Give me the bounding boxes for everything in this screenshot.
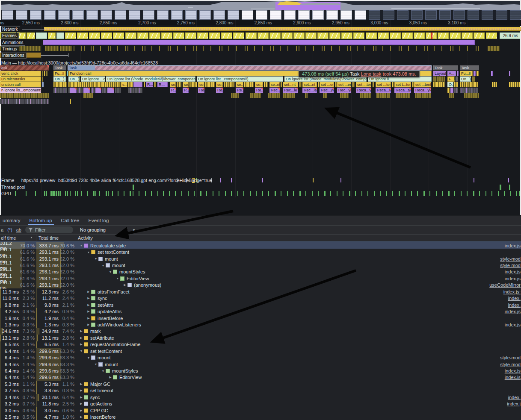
table-row[interactable]: 291.1 ms61.6 %293.1 ms62.0 %▶(anonymous)… (0, 282, 521, 288)
tab-call-tree[interactable]: Call tree (59, 216, 82, 225)
flame-block[interactable] (95, 88, 101, 93)
flame-block[interactable]: On...) (53, 76, 66, 82)
filmstrip-thumbnail[interactable] (199, 10, 211, 20)
flame-block[interactable]: set ...ent (320, 82, 334, 87)
flame-block[interactable] (460, 88, 478, 93)
source-link[interactable]: index. (508, 303, 521, 308)
table-row[interactable]: 1.9 ms0.4 %1.9 ms0.4 %▶insertBefore (0, 315, 521, 321)
thread-pool-track[interactable]: Thread pool (0, 184, 521, 190)
flame-block[interactable]: se...t (198, 82, 204, 87)
expand-icon[interactable]: ▶ (79, 415, 84, 419)
source-link[interactable]: index.js (505, 368, 521, 373)
table-row[interactable]: 3.4 ms0.7 %30.1 ms6.4 %▶syncindex. (0, 394, 521, 400)
expand-icon[interactable]: ▶ (108, 376, 113, 379)
table-row[interactable]: 2.5 ms0.5 %4.7 ms1.0 %▶insertBefore (0, 414, 521, 420)
collapse-icon[interactable]: ▼ (93, 257, 98, 260)
expand-icon[interactable]: ▶ (86, 297, 91, 300)
source-link[interactable]: index. (508, 395, 521, 400)
frame-block[interactable] (161, 32, 172, 39)
filmstrip-thumbnail[interactable] (355, 10, 366, 20)
flame-block[interactable]: On...) (460, 76, 471, 82)
flame-block[interactable] (268, 93, 280, 98)
source-link[interactable]: index. (508, 296, 521, 301)
frame-block[interactable] (173, 32, 184, 39)
frame-block[interactable] (366, 32, 377, 39)
flame-block[interactable] (433, 76, 445, 82)
expand-icon[interactable]: ▶ (79, 343, 84, 346)
frame-block[interactable] (233, 32, 244, 39)
flame-block[interactable]: set ...tent (376, 82, 391, 87)
flame-block[interactable]: R... (146, 82, 153, 87)
collapse-icon[interactable]: ▼ (101, 264, 106, 267)
flame-block[interactable] (449, 93, 454, 98)
flame-block[interactable]: O... (447, 82, 453, 87)
frame-block[interactable] (36, 32, 47, 39)
expand-icon[interactable]: ▶ (79, 329, 84, 333)
filmstrip-thumbnail[interactable] (86, 10, 98, 20)
frame-track[interactable]: Frame — https://id-preview--bd53fd9d-728… (0, 177, 521, 183)
flame-block[interactable] (474, 71, 476, 76)
frame-block[interactable] (113, 32, 124, 39)
table-row[interactable]: 4.2 ms0.9 %4.2 ms0.9 %▶updateAttrsindex.… (0, 308, 521, 314)
frame-block[interactable] (209, 32, 220, 39)
flame-block[interactable]: n ignore lis...omponents\/) (0, 88, 41, 93)
sort-descending-icon[interactable]: ▼ (30, 236, 33, 239)
filmstrip-thumbnail[interactable] (228, 10, 239, 20)
frame-block[interactable] (149, 32, 160, 39)
filmstrip-thumbnail[interactable] (58, 10, 70, 20)
flame-block[interactable] (70, 99, 71, 104)
frame-block[interactable] (462, 32, 473, 39)
table-row[interactable]: 6.4 ms1.4 %299.6 ms63.3 %▶EditorViewinde… (0, 374, 521, 381)
flame-block[interactable]: Re...le (216, 88, 223, 93)
flame-block[interactable] (457, 71, 459, 76)
flame-block[interactable]: Task (53, 65, 66, 70)
frame-block[interactable] (402, 32, 413, 39)
table-row[interactable]: 3.0 ms0.6 %3.0 ms0.6 %▶CPP GC (0, 407, 521, 414)
interactions-track[interactable]: Interactions (0, 52, 521, 58)
flame-block[interactable]: Re...le (255, 88, 263, 93)
flame-block[interactable] (42, 82, 44, 87)
flame-block[interactable] (53, 82, 67, 87)
flame-block[interactable] (464, 93, 479, 98)
flame-block[interactable]: Task (68, 65, 95, 70)
flame-block[interactable] (492, 82, 497, 87)
frame-block[interactable] (474, 32, 485, 39)
flame-block[interactable] (373, 82, 374, 87)
flame-block[interactable] (454, 82, 458, 87)
table-row[interactable]: 34.6 ms7.3 %34.9 ms7.4 %▶mark (0, 328, 521, 335)
flame-block[interactable]: Layout (433, 71, 446, 76)
flame-block[interactable] (44, 71, 45, 76)
frame-block[interactable] (56, 32, 64, 39)
expand-icon[interactable]: ▶ (79, 382, 84, 386)
animations-track[interactable]: Animations (0, 39, 521, 45)
flame-block[interactable]: R...e (183, 88, 189, 93)
flame-block[interactable]: set...nt (283, 82, 298, 87)
flame-block[interactable]: Fu...ll (53, 71, 66, 76)
filmstrip-thumbnail[interactable] (30, 10, 41, 20)
column-divider[interactable] (76, 235, 76, 242)
match-case-toggle[interactable]: a (1, 227, 3, 232)
flame-block[interactable] (128, 88, 142, 93)
main-thread-header[interactable]: Main — http://localhost:3000/projects/bd… (1, 60, 158, 65)
flame-block[interactable] (433, 82, 445, 87)
frame-block[interactable] (246, 32, 257, 39)
filmstrip-thumbnail[interactable] (129, 10, 140, 20)
cpu-overview-chart[interactable] (1, 1, 520, 10)
filmstrip-thumbnail[interactable] (242, 10, 253, 20)
expand-icon[interactable]: ▶ (86, 323, 91, 326)
flame-block[interactable] (281, 82, 282, 87)
flame-block[interactable]: Task (433, 65, 458, 70)
tab-event-log[interactable]: Event log (86, 216, 111, 225)
timeline-ruler[interactable]: ms2,550 ms2,600 ms2,650 ms2,700 ms2,750 … (0, 20, 521, 26)
filmstrip-thumbnail[interactable] (213, 10, 225, 20)
flame-block[interactable] (231, 93, 239, 98)
flame-block[interactable]: Fu...ll (460, 71, 473, 76)
expand-icon[interactable]: ▶ (79, 396, 84, 399)
frame-block[interactable] (390, 32, 401, 39)
table-row[interactable]: 1.3 ms0.3 %1.3 ms0.3 %▶addWindowListener… (0, 321, 521, 328)
expand-icon[interactable]: ▶ (122, 283, 127, 287)
flame-block[interactable]: set t...tent (394, 82, 411, 87)
flame-block[interactable] (154, 82, 156, 87)
flame-block[interactable] (460, 82, 478, 87)
table-row[interactable]: 6.4 ms1.4 %299.6 ms63.3 %▼set textConten… (0, 348, 521, 354)
